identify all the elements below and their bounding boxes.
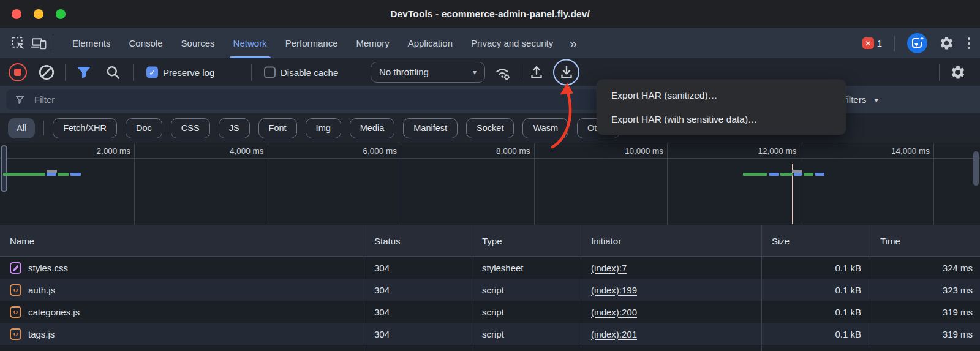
initiator-cell: (index):7 (581, 257, 761, 279)
inspect-element-icon[interactable] (7, 33, 28, 54)
disable-cache-checkbox[interactable] (264, 66, 276, 78)
chip-all[interactable]: All (8, 118, 35, 138)
export-har-icon (557, 63, 576, 81)
tab-memory[interactable]: Memory (347, 28, 399, 58)
import-har-icon[interactable] (527, 63, 546, 81)
name-cell: styles.css (0, 257, 364, 279)
overview-gridline (933, 143, 934, 225)
tab-sources[interactable]: Sources (172, 28, 224, 58)
waterfall-bar-blue (47, 173, 56, 176)
type-cell: script (472, 301, 581, 323)
preserve-log-checkbox[interactable] (146, 66, 158, 78)
js-file-icon: ‹› (10, 306, 21, 318)
chip-img[interactable]: Img (306, 118, 341, 138)
overview-right-handle[interactable] (973, 151, 979, 186)
export-har-menu: Export HAR (sanitized)…Export HAR (with … (597, 80, 846, 135)
request-name: styles.css (28, 263, 68, 273)
chip-media[interactable]: Media (350, 118, 395, 138)
record-network-log-button[interactable] (9, 63, 27, 81)
status-cell: 304 (364, 257, 472, 279)
column-header-initiator[interactable]: Initiator (581, 225, 761, 256)
initiator-link[interactable]: (index):201 (591, 329, 637, 339)
chip-font[interactable]: Font (258, 118, 297, 138)
overview-tick-label: 2,000 ms (63, 146, 130, 156)
column-header-type[interactable]: Type (472, 225, 581, 256)
tab-privacy-and-security[interactable]: Privacy and security (462, 28, 562, 58)
chip-wasm[interactable]: Wasm (522, 118, 568, 138)
devtools-window: DevTools - ecommerce-admin-panel.fly.dev… (0, 0, 980, 351)
issues-counter[interactable]: ✕ 1 (862, 37, 882, 49)
chip-js[interactable]: JS (219, 118, 250, 138)
network-settings-gear-icon[interactable] (950, 64, 966, 80)
chip-separator (43, 121, 44, 135)
request-row-categories-js[interactable]: ‹›categories.js304script(index):2000.1 k… (0, 301, 980, 323)
export-har-button[interactable] (553, 59, 579, 85)
initiator-cell: (index):200 (581, 301, 761, 323)
waterfall-bar-blue (70, 173, 81, 176)
requests-table: Name Status Type Initiator Size Time sty… (0, 225, 980, 351)
request-row-tags-js[interactable]: ‹›tags.js304script(index):2010.1 kB319 m… (0, 323, 980, 345)
js-file-icon: ‹› (10, 284, 21, 296)
menu-item-export-har-sensitive[interactable]: Export HAR (with sensitive data)… (597, 107, 846, 131)
column-header-size[interactable]: Size (761, 225, 870, 256)
overview-gridline (401, 143, 401, 225)
network-conditions-icon[interactable] (492, 63, 512, 81)
initiator-link[interactable]: (index):7 (591, 263, 627, 273)
column-header-name[interactable]: Name (0, 225, 364, 256)
requests-table-header: Name Status Type Initiator Size Time (0, 225, 980, 257)
status-cell: 304 (364, 301, 472, 323)
chip-css[interactable]: CSS (171, 118, 210, 138)
time-cell: 319 ms (870, 301, 980, 323)
css-file-icon (10, 262, 21, 274)
overview-tick-label: 14,000 ms (862, 146, 930, 156)
clear-network-log-icon[interactable] (37, 63, 56, 81)
column-header-time[interactable]: Time (870, 225, 980, 256)
tabbar-separator (53, 36, 53, 51)
size-cell: 0.1 kB (761, 323, 870, 345)
waterfall-bar-blue (815, 173, 824, 176)
size-cell: 0.1 kB (761, 279, 870, 301)
initiator-link[interactable]: (index):199 (591, 285, 637, 295)
throttling-select[interactable]: No throttling ▾ (371, 62, 485, 83)
time-cell: 319 ms (870, 323, 980, 345)
disable-cache-label: Disable cache (281, 67, 338, 77)
overview-gridline (134, 143, 135, 225)
settings-gear-icon[interactable] (936, 33, 957, 54)
zoom-window-button[interactable] (56, 9, 66, 19)
chip-doc[interactable]: Doc (126, 118, 162, 138)
menu-item-export-har-sanitized[interactable]: Export HAR (sanitized)… (597, 83, 846, 107)
type-cell: script (472, 279, 581, 301)
search-icon[interactable] (105, 64, 121, 80)
overview-tick-label: 10,000 ms (596, 146, 663, 156)
column-header-status[interactable]: Status (364, 225, 472, 256)
title-bar: DevTools - ecommerce-admin-panel.fly.dev… (0, 0, 980, 28)
initiator-link[interactable]: (index):200 (591, 307, 637, 317)
tab-console[interactable]: Console (120, 28, 172, 58)
time-cell: 324 ms (870, 257, 980, 279)
filter-funnel-icon[interactable] (76, 64, 92, 80)
more-options-kebab-icon[interactable] (965, 35, 973, 51)
waterfall-bar-green (3, 173, 45, 176)
overview-tick-label: 12,000 ms (729, 146, 797, 156)
name-cell: ‹›categories.js (0, 301, 364, 323)
request-row-partial (0, 345, 980, 351)
waterfall-bar-green (780, 173, 793, 176)
chip-fetch-xhr[interactable]: Fetch/XHR (53, 118, 117, 138)
request-row-styles-css[interactable]: styles.css304stylesheet(index):70.1 kB32… (0, 257, 980, 279)
request-row-auth-js[interactable]: ‹›auth.js304script(index):1990.1 kB323 m… (0, 279, 980, 301)
toolbar-separator-2 (133, 64, 134, 81)
waterfall-bar-green (58, 173, 69, 176)
ai-assistant-icon[interactable]: ✦ (907, 33, 927, 53)
close-window-button[interactable] (12, 9, 21, 19)
tab-application[interactable]: Application (399, 28, 462, 58)
initiator-cell: (index):201 (581, 323, 761, 345)
tab-performance[interactable]: Performance (276, 28, 347, 58)
overview-left-handle[interactable] (1, 145, 7, 192)
chip-socket[interactable]: Socket (466, 118, 514, 138)
tab-network[interactable]: Network (224, 28, 276, 58)
more-tabs-icon[interactable]: » (565, 36, 582, 51)
minimize-window-button[interactable] (34, 9, 43, 19)
device-toolbar-icon[interactable] (28, 33, 49, 54)
tab-elements[interactable]: Elements (63, 28, 120, 58)
chip-manifest[interactable]: Manifest (403, 118, 458, 138)
